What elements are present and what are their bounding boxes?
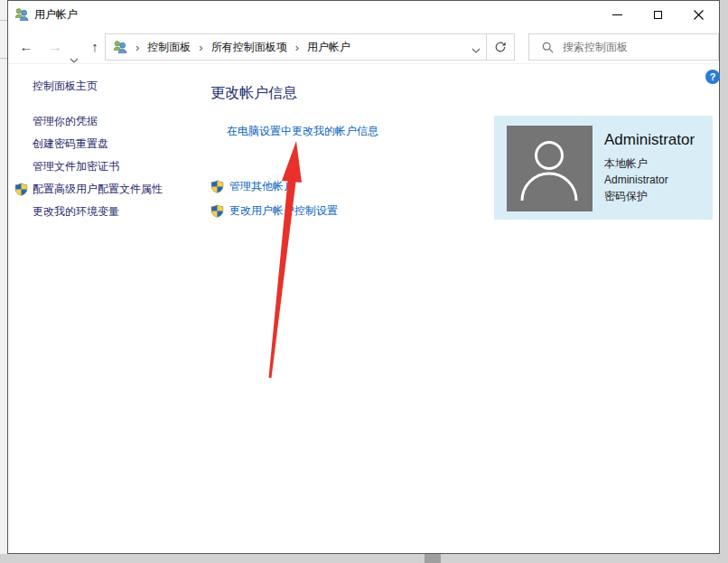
account-info-panel: Administrator 本地帐户 Administrator 密码保护 (494, 116, 713, 220)
minimize-icon (612, 14, 622, 15)
sidebar-icon-slot (14, 80, 33, 93)
address-toolbar: ← → ↑ › 控制面板 › 所有控制面板项 › 用户帐户 (8, 28, 719, 64)
refresh-button[interactable] (486, 33, 515, 61)
user-accounts-window: 用户帐户 ← → ↑ (7, 0, 720, 554)
close-icon (694, 10, 704, 20)
change-uac-settings-link[interactable]: 更改用户帐户控制设置 (210, 203, 338, 218)
sidebar-item-advanced-profile-properties[interactable]: 配置高级用户配置文件属性 (14, 182, 163, 196)
sidebar-item-environment-variables[interactable]: 更改我的环境变量 (14, 204, 119, 219)
sidebar-item-label: 更改我的环境变量 (33, 204, 119, 220)
account-user: Administrator (604, 172, 695, 188)
close-button[interactable] (678, 1, 719, 28)
user-accounts-icon (14, 7, 29, 22)
sidebar-item-label: 配置高级用户配置文件属性 (33, 182, 163, 197)
maximize-button[interactable] (638, 1, 678, 28)
sidebar-item-password-reset-disk[interactable]: 创建密码重置盘 (14, 136, 108, 151)
sidebar-icon-slot (14, 160, 33, 174)
search-box[interactable] (528, 33, 719, 61)
forward-button[interactable]: → (42, 33, 68, 61)
title-bar[interactable]: 用户帐户 (8, 1, 719, 28)
sidebar-item-control-panel-home[interactable]: 控制面板主页 (14, 79, 98, 93)
window-controls (597, 1, 719, 28)
sidebar-icon-slot (14, 115, 33, 128)
desktop-background: 用户帐户 ← → ↑ (0, 0, 728, 563)
chevron-down-icon (70, 58, 79, 63)
account-details: Administrator 本地帐户 Administrator 密码保护 (604, 131, 695, 204)
sidebar-icon-slot (14, 183, 33, 196)
refresh-icon (494, 41, 507, 53)
help-button[interactable]: ? (705, 70, 720, 84)
maximize-icon (654, 11, 662, 19)
up-button[interactable]: ↑ (84, 33, 106, 61)
user-accounts-icon (113, 40, 127, 54)
sidebar-item-label: 创建密码重置盘 (33, 136, 108, 152)
breadcrumb-separator: › (191, 41, 210, 54)
background-fragment (425, 554, 441, 563)
sidebar-item-manage-credentials[interactable]: 管理你的凭据 (14, 114, 98, 128)
uac-shield-icon (210, 204, 224, 218)
account-type: 本地帐户 (604, 155, 695, 172)
uac-shield-icon (14, 183, 28, 196)
sidebar-item-label: 管理你的凭据 (33, 114, 98, 129)
chevron-down-icon (471, 48, 481, 53)
background-window-edge (0, 0, 7, 554)
address-dropdown-button[interactable] (471, 38, 481, 57)
content-area: ? 控制面板主页 管理你的凭据 创建密码重置盘 管理文件加密证书 (8, 64, 719, 553)
breadcrumb-control-panel[interactable]: 控制面板 (147, 40, 191, 55)
uac-shield-icon (210, 180, 224, 193)
sidebar-icon-slot (14, 137, 33, 151)
change-account-info-in-settings-link[interactable]: 在电脑设置中更改我的帐户信息 (227, 124, 378, 139)
person-silhouette-icon (507, 126, 593, 211)
password-status: 密码保护 (604, 188, 695, 204)
minimize-button[interactable] (597, 1, 638, 28)
avatar (507, 126, 593, 211)
window-title: 用户帐户 (34, 7, 78, 23)
search-icon (542, 42, 554, 53)
sidebar-item-label: 管理文件加密证书 (33, 159, 119, 174)
manage-another-account-link[interactable]: 管理其他帐户 (210, 179, 294, 193)
sidebar-item-file-encryption-certificates[interactable]: 管理文件加密证书 (14, 159, 119, 174)
breadcrumb-user-accounts[interactable]: 用户帐户 (307, 40, 350, 55)
breadcrumb-all-items[interactable]: 所有控制面板项 (211, 40, 287, 55)
sidebar-item-label: 控制面板主页 (33, 79, 98, 94)
recent-locations-dropdown[interactable] (66, 33, 82, 61)
breadcrumb-separator: › (287, 41, 307, 54)
breadcrumb-separator: › (127, 41, 147, 54)
account-name: Administrator (604, 131, 695, 149)
search-input[interactable] (563, 41, 698, 53)
sidebar-icon-slot (14, 205, 33, 219)
task-link-label: 更改用户帐户控制设置 (229, 203, 338, 219)
task-link-label: 管理其他帐户 (229, 179, 294, 194)
background-line (0, 58, 7, 59)
address-bar[interactable]: › 控制面板 › 所有控制面板项 › 用户帐户 (105, 33, 487, 61)
back-button[interactable]: ← (14, 33, 39, 61)
page-title: 更改帐户信息 (210, 84, 297, 103)
background-line (0, 20, 7, 21)
